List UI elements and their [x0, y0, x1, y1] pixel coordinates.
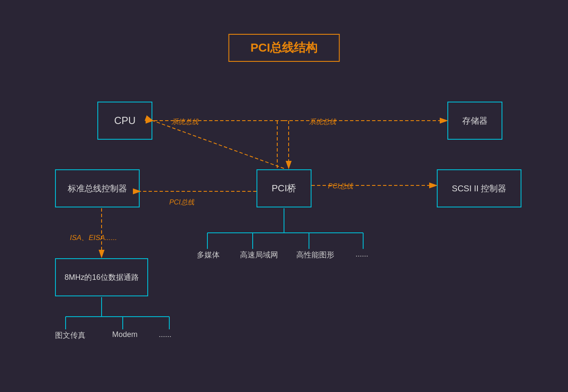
- pci-child-3: 高性能图形: [296, 250, 334, 260]
- svg-line-2: [153, 121, 284, 168]
- pci-bus-left-label: PCI总线: [169, 198, 194, 207]
- sys-bus-right-label: 系统总线: [309, 118, 336, 127]
- pci-child-1: 多媒体: [197, 250, 220, 260]
- pci-bus-right-label: PCI总线: [328, 182, 353, 191]
- sys-bus-left-label: 系统总线: [171, 118, 199, 127]
- std-bus-node: 标准总线控制器: [55, 169, 140, 207]
- isa-child-2: Modem: [112, 330, 138, 339]
- isa-bus-node: 8MHz的16位数据通路: [55, 258, 148, 296]
- title-text: PCI总线结构: [251, 41, 318, 54]
- diagram-container: PCI总线结构 CPU 存储器 标准总线控制器 PCI桥 SCSI II 控制器…: [0, 0, 568, 392]
- isa-child-1: 图文传真: [55, 330, 85, 340]
- isa-eisa-label: ISA、EISA......: [70, 233, 117, 243]
- isa-child-3: ......: [159, 330, 171, 339]
- cpu-node: CPU: [97, 102, 152, 140]
- title-box: PCI总线结构: [229, 34, 340, 62]
- pci-child-4: ......: [356, 250, 368, 259]
- storage-node: 存储器: [447, 102, 502, 140]
- scsi-node: SCSI II 控制器: [437, 169, 521, 207]
- pci-bridge-node: PCI桥: [256, 169, 312, 207]
- pci-child-2: 高速局域网: [240, 250, 278, 260]
